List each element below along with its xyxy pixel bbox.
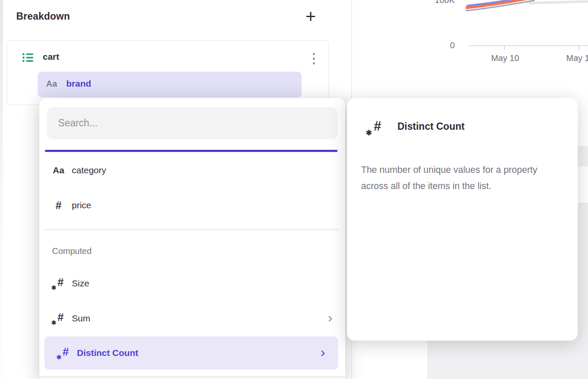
y-axis-tick-100k: 100K: [429, 0, 455, 5]
group-name-cart[interactable]: cart: [43, 52, 59, 62]
property-option-label: category: [72, 165, 106, 175]
popover-description: The number of unique values for a proper…: [361, 162, 566, 195]
app-screen: Breakdown + cart Aa brand 100K 0 May 10 …: [0, 0, 588, 379]
string-property-icon: Aa: [46, 79, 57, 89]
computed-option-label: Distinct Count: [77, 348, 138, 358]
search-box: [47, 107, 338, 139]
string-property-icon: Aa: [51, 165, 66, 175]
computed-section-header: Computed: [52, 246, 91, 256]
computed-number-icon: #✱: [56, 346, 69, 360]
list-property-icon: [22, 52, 34, 63]
property-option-label: price: [72, 200, 91, 210]
computed-option-label: Sum: [72, 313, 90, 324]
property-option-price[interactable]: # price: [39, 193, 345, 218]
popover-title: Distinct Count: [397, 121, 465, 132]
x-axis-line: [469, 45, 588, 46]
computed-number-icon: #✱: [51, 311, 64, 326]
computed-option-size[interactable]: #✱ Size: [39, 271, 345, 296]
distinct-count-info-popover: #✱ Distinct Count The number of unique v…: [347, 98, 578, 341]
selected-property-label: brand: [66, 79, 91, 89]
computed-number-icon: #✱: [51, 276, 64, 291]
active-tab-indicator: [45, 150, 338, 152]
y-axis-tick-0: 0: [429, 41, 455, 50]
computed-number-icon: #✱: [366, 120, 381, 137]
search-input[interactable]: [50, 107, 336, 139]
line-chart-series: [466, 0, 588, 15]
chevron-right-icon: ›: [328, 311, 332, 324]
plus-icon: +: [306, 8, 316, 26]
panel-edge-shadow: [0, 0, 3, 379]
list-divider: [45, 229, 338, 230]
kebab-dot: [313, 53, 315, 55]
x-axis-label-may1x: May 1: [566, 53, 588, 63]
group-overflow-menu-button[interactable]: [309, 50, 318, 67]
x-axis-label-may10: May 10: [484, 53, 526, 63]
computed-option-sum[interactable]: #✱ Sum ›: [39, 306, 345, 331]
computed-option-label: Size: [72, 278, 89, 289]
breakdown-section-title: Breakdown: [16, 11, 70, 22]
x-axis-tick: [504, 46, 505, 50]
x-axis-tick: [579, 46, 579, 50]
kebab-dot: [313, 62, 315, 64]
property-picker-dropdown: Aa category # price Computed #✱ Size #✱ …: [39, 98, 345, 379]
chevron-right-icon: ›: [320, 345, 325, 359]
number-property-icon: #: [51, 199, 66, 212]
add-breakdown-button[interactable]: +: [300, 6, 321, 27]
list-footer-strip: [39, 377, 345, 379]
kebab-dot: [313, 58, 315, 60]
computed-option-distinct-count[interactable]: #✱ Distinct Count ›: [44, 336, 338, 370]
property-option-category[interactable]: Aa category: [39, 158, 345, 183]
